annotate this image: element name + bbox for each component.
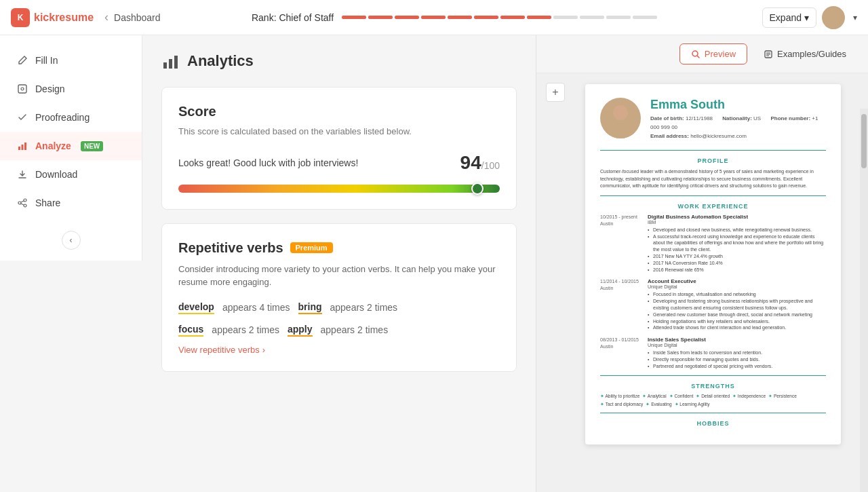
verbs-title: Repetitive verbs — [178, 240, 283, 256]
bullet: Focused in storage, virtualisation and n… — [648, 291, 826, 298]
new-badge: NEW — [81, 141, 103, 151]
svg-rect-12 — [174, 56, 178, 69]
resume-scrollbar[interactable] — [860, 109, 868, 492]
svg-rect-5 — [22, 145, 24, 150]
bullet: Attended trade shows for client interact… — [648, 324, 826, 331]
resume-header: Emma South Date of birth: 12/11/1988 Nat… — [600, 98, 826, 140]
view-more-link[interactable]: View repetitive verbs › — [178, 345, 500, 355]
resume-document: Emma South Date of birth: 12/11/1988 Nat… — [585, 84, 841, 444]
rank-seg-7 — [500, 16, 525, 19]
dashboard-link[interactable]: Dashboard — [114, 12, 161, 23]
bullet: 2016 Renewal rate 65% — [648, 267, 826, 273]
strength-7: Tact and diplomacy — [600, 402, 643, 407]
work-bullets-3: Inside Sales from leads to conversion an… — [648, 349, 826, 369]
verb-row-2: focus appears 2 times apply appears 2 ti… — [178, 324, 500, 337]
strength-6: Persistence — [768, 394, 797, 399]
rank-label: Rank: Chief of Staff — [252, 12, 334, 23]
sidebar-item-label: Fill In — [35, 55, 58, 66]
verb-word-bring: bring — [298, 301, 322, 314]
work-date-3: 08/2013 - 01/2015 Austin — [600, 337, 641, 369]
work-details-1: Digital Business Automation Specialist I… — [648, 214, 826, 273]
work-section-title: Work experience — [600, 203, 826, 210]
work-company-3: Unique Digital — [648, 343, 826, 347]
logo-text: kickresume — [34, 12, 94, 24]
sidebar-item-label: Download — [35, 169, 77, 180]
strength-5: Independence — [732, 394, 766, 399]
rank-seg-1 — [342, 16, 366, 19]
work-date-2: 11/2014 - 10/2015 Austin — [600, 278, 641, 331]
sidebar-item-share[interactable]: Share — [0, 189, 142, 217]
resume-container: + Emma South — [536, 73, 868, 492]
score-bar — [178, 185, 500, 193]
resume-scroll-area[interactable]: Emma South Date of birth: 12/11/1988 Nat… — [536, 73, 868, 492]
svg-point-8 — [18, 202, 21, 204]
bullet: Holding negotiations with key retailers … — [648, 318, 826, 325]
work-company-1: IBM — [648, 220, 826, 225]
profile-text: Customer-focused leader with a demonstra… — [600, 168, 826, 190]
bullet: Developing and fostering strong business… — [648, 298, 826, 311]
svg-point-9 — [24, 204, 26, 207]
rank-seg-8 — [527, 16, 551, 19]
svg-point-16 — [607, 124, 634, 138]
add-button[interactable]: + — [546, 83, 565, 102]
back-button[interactable]: ‹ — [102, 7, 111, 27]
svg-rect-10 — [163, 62, 167, 69]
rank-section: Rank: Chief of Staff — [252, 12, 657, 23]
svg-point-3 — [21, 88, 24, 90]
analytics-icon — [161, 52, 180, 71]
analyze-icon — [16, 140, 28, 152]
bullet: A successful track-record using knowledg… — [648, 233, 826, 253]
svg-rect-2 — [18, 85, 26, 93]
svg-rect-6 — [24, 143, 26, 150]
bullet: 2017 NA Conversion Rate 10.4% — [648, 260, 826, 267]
logo[interactable]: K kickresume — [11, 8, 94, 27]
sidebar-item-label: Share — [35, 197, 60, 208]
avatar[interactable] — [822, 6, 845, 29]
sidebar-item-download[interactable]: Download — [0, 160, 142, 189]
rank-seg-2 — [368, 16, 393, 19]
strengths-divider — [600, 375, 826, 376]
work-entry-1: 10/2015 - present Austin Digital Busines… — [600, 214, 826, 273]
rank-seg-5 — [448, 16, 472, 19]
premium-badge: Premium — [290, 242, 333, 253]
search-icon — [691, 50, 701, 59]
sidebar: Fill In Design Proofreading Analyze — [0, 35, 142, 261]
verbs-card: Repetitive verbs Premium Consider introd… — [161, 223, 517, 372]
download-icon — [16, 168, 28, 181]
score-message: Looks great! Good luck with job intervie… — [178, 157, 358, 168]
avatar-chevron[interactable]: ▾ — [853, 13, 857, 22]
examples-button[interactable]: Examples/Guides — [753, 44, 857, 64]
expand-button[interactable]: Expand ▾ — [762, 7, 816, 28]
strength-2: Analytical — [642, 394, 666, 399]
verb-count-apply: appears 2 times — [321, 324, 389, 335]
strengths-grid: Ability to prioritize Analytical Confide… — [600, 394, 826, 407]
verbs-description: Consider introducing more variety to you… — [178, 263, 500, 289]
rank-bar — [342, 16, 657, 19]
resume-name: Emma South — [650, 98, 826, 112]
sidebar-item-label: Analyze — [35, 140, 71, 151]
bullet: Partnered and negotiated of special pric… — [648, 363, 826, 370]
scroll-thumb — [861, 114, 867, 168]
verb-count-develop: appears 4 times — [222, 302, 290, 313]
sidebar-item-fill-in[interactable]: Fill In — [0, 46, 142, 75]
hobbies-section-title: Hobbies — [600, 420, 826, 427]
analytics-panel: Analytics Score This score is calculated… — [142, 35, 536, 492]
preview-toolbar: Preview Examples/Guides — [536, 35, 868, 73]
profile-section-title: Profile — [600, 157, 826, 164]
work-bullets-2: Focused in storage, virtualisation and n… — [648, 291, 826, 331]
svg-rect-4 — [18, 147, 20, 150]
rank-seg-3 — [395, 16, 419, 19]
sidebar-item-design[interactable]: Design — [0, 75, 142, 103]
expand-label: Expand — [770, 12, 802, 23]
topbar: K kickresume ‹ Dashboard Rank: Chief of … — [0, 0, 868, 35]
sidebar-toggle[interactable]: ‹ — [62, 231, 81, 250]
work-title-1: Digital Business Automation Specialist — [648, 214, 826, 220]
svg-point-1 — [825, 21, 842, 29]
sidebar-item-analyze[interactable]: Analyze NEW — [0, 132, 142, 160]
sidebar-item-proofreading[interactable]: Proofreading — [0, 103, 142, 132]
content-area: Analytics Score This score is calculated… — [142, 35, 868, 492]
preview-button[interactable]: Preview — [679, 43, 747, 64]
score-indicator — [471, 183, 484, 195]
rank-seg-12 — [633, 16, 657, 19]
expand-chevron: ▾ — [804, 12, 809, 23]
